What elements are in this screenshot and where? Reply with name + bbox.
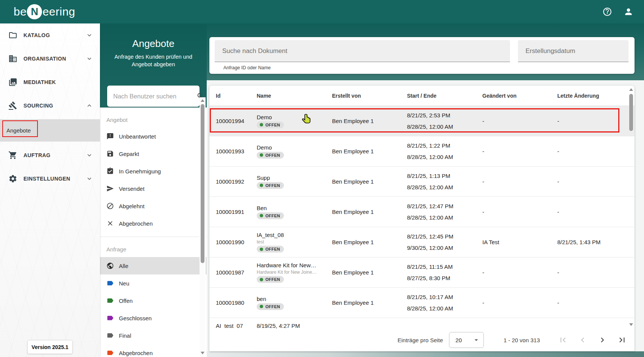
row-name: Ben: [257, 205, 328, 211]
scroll-up-icon[interactable]: [201, 99, 204, 102]
prev-page-icon[interactable]: [578, 335, 588, 345]
row-name: AI_test_07: [216, 323, 253, 329]
feedback-icon: [106, 133, 114, 140]
sidebar-subitem-label: Angebote: [6, 127, 31, 134]
block-icon: [106, 202, 114, 210]
sidebar-nav-item[interactable]: KATALOG: [0, 23, 100, 47]
filter-item[interactable]: Abgelehnt: [100, 197, 207, 215]
table-scrollbar[interactable]: [628, 86, 634, 329]
first-page-icon[interactable]: [558, 335, 568, 345]
column-header-created-by[interactable]: Erstellt von: [332, 93, 407, 99]
scrollbar-thumb[interactable]: [629, 94, 633, 131]
cell-name: Ben OFFEN: [257, 205, 332, 219]
cell-changed-by: IA Test: [482, 239, 557, 245]
column-header-changed-by[interactable]: Geändert von: [482, 93, 557, 99]
tag-icon: [106, 332, 114, 339]
page-background-strip: [207, 351, 644, 357]
sidebar-nav-item[interactable]: EINSTELLUNGEN: [0, 167, 100, 190]
creation-date-input[interactable]: [525, 47, 622, 55]
version-badge[interactable]: Version 2025.1: [27, 340, 73, 354]
tag-icon: [106, 349, 114, 357]
end-date: 8/28/25, 12:00 AM: [407, 305, 479, 312]
column-header-last-change[interactable]: Letzte Änderung: [557, 93, 635, 99]
sidebar-nav-item[interactable]: AUFTRAG: [0, 143, 100, 167]
status-label: OFFEN: [265, 153, 280, 157]
logo-n-mark-icon: N: [27, 4, 42, 19]
cell-start-end: 8/21/25, 12:45 PM 9/30/25, 12:00 AM: [407, 233, 482, 251]
filter-item[interactable]: Offen: [100, 292, 207, 309]
table-row[interactable]: 100001980 ben OFFEN Ben Employee 1 8/21/…: [209, 288, 635, 318]
topbar: beNeering: [0, 0, 644, 23]
table-row[interactable]: 100001987 Hardware Kit for New… Hardware…: [209, 257, 635, 288]
user-search-input[interactable]: [113, 93, 196, 100]
cell-start-end: 8/21/25, 11:15 AM 8/27/25, 8:30 PM: [407, 263, 482, 281]
column-header-start-end[interactable]: Start / Ende: [407, 93, 482, 99]
cell-id: 100001990: [216, 239, 257, 245]
status-dot-icon: [260, 248, 263, 251]
status-badge: OFFEN: [257, 246, 284, 253]
status-label: OFFEN: [265, 123, 280, 127]
globe-icon: [106, 262, 114, 270]
dropdown-arrow-icon: [472, 336, 480, 344]
sidebar-item-angebote[interactable]: Angebote: [0, 119, 100, 142]
last-page-icon[interactable]: [617, 335, 627, 345]
close-icon: [106, 220, 114, 227]
start-date: 8/21/25, 1:22 PM: [407, 142, 479, 149]
help-icon[interactable]: [602, 7, 612, 17]
cell-id: 100001993: [216, 148, 257, 154]
cell-created-by: Ben Employee 1: [332, 118, 407, 124]
column-header-id[interactable]: Id: [216, 93, 257, 99]
start-date: 8/21/25, 10:17 AM: [407, 294, 479, 300]
sidebar-nav-item[interactable]: ORGANISATION: [0, 47, 100, 70]
table-row[interactable]: 100001990 IA_test_08 test OFFEN Ben Empl…: [209, 227, 635, 257]
filter-item[interactable]: Versendet: [100, 180, 207, 197]
filter-item[interactable]: Geparkt: [100, 145, 207, 162]
folder-icon: [8, 31, 17, 40]
table-row[interactable]: 100001991 Ben OFFEN Ben Employee 1 8/21/…: [209, 197, 635, 227]
status-badge: OFFEN: [257, 152, 284, 159]
cell-name: Demo OFFEN: [257, 114, 332, 128]
per-page-select[interactable]: 20: [449, 332, 484, 348]
start-date: 8/21/25, 11:15 AM: [407, 263, 479, 270]
document-search-card: Anfrage ID oder Name: [209, 37, 635, 74]
end-date: 8/27/25, 8:30 PM: [407, 275, 479, 281]
table-row[interactable]: 100001994 Demo OFFEN Ben Employee 1 8/21…: [209, 106, 635, 136]
table-row[interactable]: 100001993 Demo OFFEN Ben Employee 1 8/21…: [209, 136, 635, 167]
filter-item[interactable]: Final: [100, 327, 207, 344]
filter-item[interactable]: Neu: [100, 274, 207, 292]
cell-last-change: -: [557, 209, 635, 215]
filter-item[interactable]: Abgebrochen: [100, 344, 207, 357]
filter-item[interactable]: Alle: [100, 257, 207, 274]
filter-item[interactable]: Abgebrochen: [100, 215, 207, 232]
scrollbar-thumb[interactable]: [201, 104, 204, 263]
status-dot-icon: [260, 123, 263, 126]
account-icon[interactable]: [624, 7, 633, 17]
sidebar-nav-bottom: AUFTRAG EINSTELLUNGEN: [0, 143, 100, 190]
column-header-name[interactable]: Name: [257, 93, 332, 99]
page-subtitle-line1: Anfrage des Kunden prüfen und: [100, 53, 207, 61]
scroll-up-icon[interactable]: [629, 88, 633, 91]
search-helper-text: Anfrage ID oder Name: [223, 65, 271, 70]
document-search-input[interactable]: [222, 47, 504, 55]
filter-item[interactable]: In Genehmigung: [100, 162, 207, 180]
filter-item-label: Abgebrochen: [119, 220, 153, 227]
sidebar-nav-item[interactable]: MEDIATHEK: [0, 70, 100, 94]
filter-item[interactable]: Geschlossen: [100, 309, 207, 327]
chevron-down-icon: [86, 55, 93, 62]
filter-item-label: Alle: [119, 263, 128, 269]
chevron-down-icon: [86, 31, 93, 39]
status-label: OFFEN: [265, 247, 280, 251]
save-icon: [106, 150, 114, 157]
table-row[interactable]: 100001992 Supp OFFEN Ben Employee 1 8/21…: [209, 167, 635, 197]
cell-created-by: Ben Employee 1: [332, 239, 407, 245]
scroll-down-icon[interactable]: [201, 352, 204, 354]
per-page-value: 20: [455, 337, 462, 343]
start-date: 8/19/25, 4:27 PM: [257, 323, 328, 329]
page-subtitle: Anfrage des Kunden prüfen und Angebot ab…: [100, 53, 207, 68]
scroll-down-icon[interactable]: [629, 323, 633, 326]
cell-changed-by: -: [482, 209, 557, 215]
filter-panel-scrollbar[interactable]: [200, 97, 206, 357]
sidebar-nav-item[interactable]: SOURCING: [0, 94, 100, 117]
next-page-icon[interactable]: [597, 335, 607, 345]
filter-item[interactable]: Unbeantwortet: [100, 128, 207, 145]
